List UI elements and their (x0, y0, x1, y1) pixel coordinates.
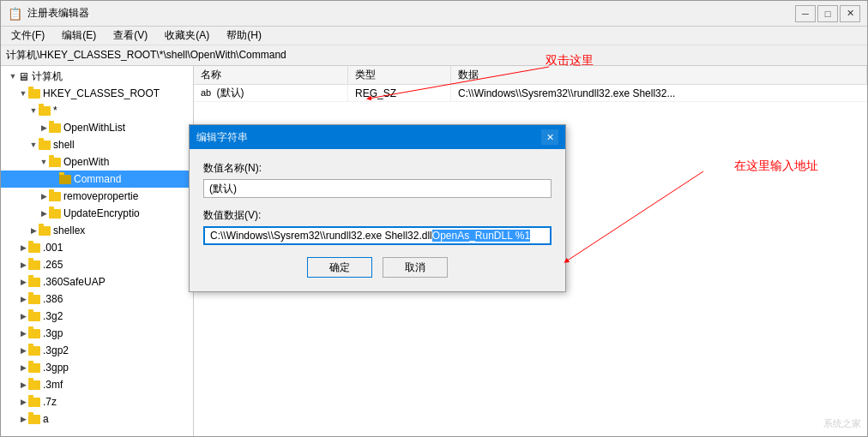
tree-label-3mf: .3mf (43, 379, 63, 391)
expand-icon-hkcr: ▼ (18, 88, 28, 99)
folder-icon-265 (28, 260, 40, 270)
tree-label-3gp2: .3gp2 (43, 344, 69, 356)
expand-icon-3gpp: ▶ (18, 362, 28, 373)
tree-label-shellex: shellex (53, 224, 85, 236)
tree-item-360[interactable]: ▶ .360SafeUAP (1, 273, 193, 290)
expand-icon-3gp: ▶ (18, 328, 28, 338)
title-bar-buttons: ─ □ ✕ (795, 5, 860, 22)
tree-label-shell: shell (53, 139, 75, 151)
tree-label-265: .265 (43, 259, 63, 271)
tree-label-openwith: OpenWith (63, 156, 109, 168)
minimize-button[interactable]: ─ (795, 5, 816, 22)
col-header-name: 名称 (194, 66, 348, 84)
folder-icon-001 (28, 243, 40, 253)
value-input-highlight: C:\\Windows\\Sysrem32\\rundll32.exe Shel… (203, 226, 552, 245)
tree-item-3gpp[interactable]: ▶ .3gpp (1, 359, 193, 376)
folder-icon-3g2 (28, 312, 40, 321)
tree-item-computer[interactable]: ▼ 🖥 计算机 (1, 68, 193, 85)
folder-icon-360 (28, 278, 40, 287)
tree-label-a: a (43, 413, 49, 425)
tree-item-3mf[interactable]: ▶ .3mf (1, 376, 193, 393)
tree-item-7z[interactable]: ▶ .7z (1, 393, 193, 410)
value-input-container: C:\\Windows\\Sysrem32\\rundll32.exe Shel… (203, 226, 552, 245)
folder-icon-3gp2 (28, 346, 40, 356)
dialog-title-text: 编辑字符串 (196, 130, 248, 145)
expand-icon-360: ▶ (18, 277, 28, 287)
dialog-name-input[interactable] (203, 179, 552, 198)
tree-item-removeprops[interactable]: ▶ removepropertie (1, 188, 193, 205)
tree-label-3gpp: .3gpp (43, 362, 69, 374)
menu-favorites[interactable]: 收藏夹(A) (158, 27, 216, 45)
dialog-data-label: 数值数据(V): (203, 208, 552, 223)
tree-label-3g2: .3g2 (43, 310, 63, 322)
tree-item-star[interactable]: ▼ * (1, 102, 193, 119)
tree-label-computer: 计算机 (32, 69, 63, 84)
col-header-data: 数据 (451, 66, 867, 84)
value-text-normal: C:\\Windows\\Sysrem32\\rundll32.exe Shel… (210, 230, 432, 242)
title-bar: 📋 注册表编辑器 ─ □ ✕ (1, 1, 867, 27)
tree-label-7z: .7z (43, 396, 57, 408)
tree-label-001: .001 (43, 242, 63, 254)
folder-icon-owlist (49, 123, 61, 133)
expand-icon-openwith: ▼ (39, 157, 49, 167)
tree-panel[interactable]: ▼ 🖥 计算机 ▼ HKEY_CLASSES_ROOT ▼ * ▶ OpenWi… (1, 66, 194, 436)
address-path: 计算机\HKEY_CLASSES_ROOT\*\shell\OpenWith\C… (6, 48, 286, 63)
dialog-body: 数值名称(N): 数值数据(V): C:\\Windows\\Sysrem32\… (190, 149, 565, 291)
tree-label-hkcr: HKEY_CLASSES_ROOT (43, 87, 160, 99)
reg-value-icon: ab (201, 87, 211, 98)
close-button[interactable]: ✕ (840, 5, 860, 22)
menu-view[interactable]: 查看(V) (106, 27, 154, 45)
right-header: 名称 类型 数据 (194, 66, 867, 85)
app-icon: 📋 (8, 7, 22, 21)
dialog-close-button[interactable]: ✕ (541, 129, 558, 145)
tree-item-command[interactable]: Command (1, 171, 193, 188)
folder-icon-star (39, 106, 51, 116)
tree-item-386[interactable]: ▶ .386 (1, 290, 193, 308)
menu-edit[interactable]: 编辑(E) (55, 27, 103, 45)
expand-icon-001: ▶ (18, 242, 28, 253)
col-header-type: 类型 (348, 66, 451, 84)
tree-item-a[interactable]: ▶ a (1, 410, 193, 428)
expand-icon-386: ▶ (18, 294, 28, 304)
folder-icon-shellex (39, 226, 51, 236)
expand-icon-265: ▶ (18, 260, 28, 270)
tree-label-386: .386 (43, 293, 63, 305)
expand-icon-removeprops: ▶ (39, 191, 49, 201)
folder-icon-command (59, 175, 71, 184)
tree-label-removeprops: removepropertie (63, 190, 138, 202)
menu-help[interactable]: 帮助(H) (220, 27, 268, 45)
dialog-buttons: 确定 取消 (203, 257, 552, 281)
tree-label-3gp: .3gp (43, 327, 63, 339)
tree-item-3gp[interactable]: ▶ .3gp (1, 325, 193, 342)
folder-icon-hkcr (28, 89, 40, 99)
dialog-cancel-button[interactable]: 取消 (383, 257, 448, 278)
expand-icon-3mf: ▶ (18, 380, 28, 390)
tree-item-openwith[interactable]: ▼ OpenWith (1, 153, 193, 171)
tree-item-shellex[interactable]: ▶ shellex (1, 222, 193, 239)
address-bar: 计算机\HKEY_CLASSES_ROOT\*\shell\OpenWith\C… (1, 45, 867, 66)
dialog-name-label: 数值名称(N): (203, 161, 552, 176)
expand-icon-command (49, 174, 59, 184)
right-row-default[interactable]: ab (默认) REG_SZ C:\\Windows\\Sysrem32\\ru… (194, 85, 867, 102)
edit-string-dialog: 编辑字符串 ✕ 数值名称(N): 数值数据(V): C:\\Windows\\S… (189, 124, 566, 292)
folder-icon-updateenc (49, 209, 61, 218)
menu-bar: 文件(F) 编辑(E) 查看(V) 收藏夹(A) 帮助(H) (1, 27, 867, 45)
expand-icon-3gp2: ▶ (18, 345, 28, 356)
tree-item-3g2[interactable]: ▶ .3g2 (1, 308, 193, 325)
folder-icon-a (28, 415, 40, 424)
folder-icon-386 (28, 295, 40, 304)
folder-icon-openwith (49, 158, 61, 167)
tree-item-265[interactable]: ▶ .265 (1, 256, 193, 273)
folder-icon-3mf (28, 380, 40, 390)
window-title: 注册表编辑器 (27, 6, 89, 21)
tree-item-hkcr[interactable]: ▼ HKEY_CLASSES_ROOT (1, 85, 193, 102)
dialog-ok-button[interactable]: 确定 (307, 257, 372, 278)
tree-item-001[interactable]: ▶ .001 (1, 239, 193, 256)
expand-icon-updateenc: ▶ (39, 208, 49, 218)
menu-file[interactable]: 文件(F) (4, 27, 51, 45)
tree-item-shell[interactable]: ▼ shell (1, 136, 193, 153)
tree-item-updateenc[interactable]: ▶ UpdateEncryptio (1, 205, 193, 222)
tree-item-owlist[interactable]: ▶ OpenWithList (1, 119, 193, 136)
maximize-button[interactable]: □ (817, 5, 838, 22)
tree-item-3gp2[interactable]: ▶ .3gp2 (1, 342, 193, 359)
